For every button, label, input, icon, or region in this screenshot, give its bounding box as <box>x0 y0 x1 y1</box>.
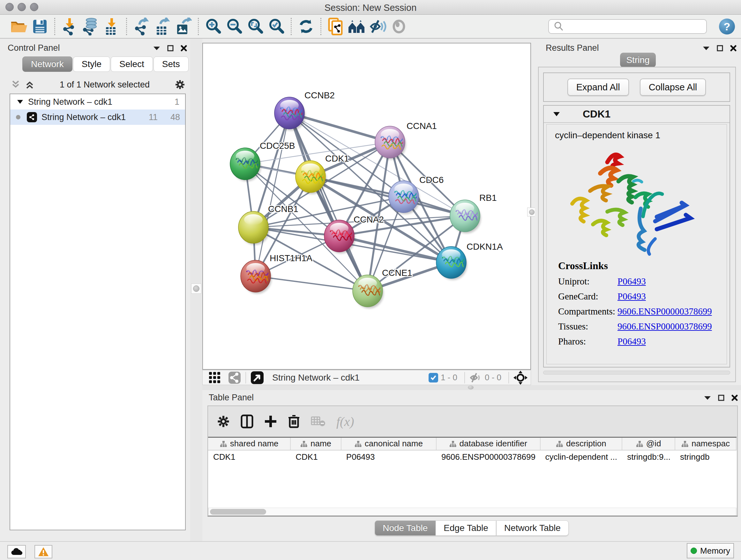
expand-all-button[interactable]: Expand All <box>567 78 629 96</box>
column-header-description[interactable]: description <box>540 437 622 450</box>
network-edge[interactable] <box>256 276 367 291</box>
import-network-icon[interactable] <box>59 17 80 37</box>
selected-nodes-checkbox[interactable] <box>428 373 438 382</box>
export-network-icon[interactable] <box>131 17 152 37</box>
table-cell[interactable]: CDK1 <box>290 450 341 463</box>
network-node-hist1h1a[interactable] <box>241 260 272 294</box>
network-row[interactable]: String Network – cdk1 11 48 <box>10 110 185 125</box>
column-header-database-identifier[interactable]: database identifier <box>436 437 540 450</box>
zoom-selected-icon[interactable] <box>266 17 287 37</box>
panel-menu-icon[interactable] <box>153 46 160 51</box>
table-h-scrollbar-thumb[interactable] <box>210 509 266 515</box>
zoom-in-icon[interactable] <box>203 17 224 37</box>
column-header-canonical-name[interactable]: canonical name <box>341 437 436 450</box>
node-label-cdc25b: CDC25B <box>260 141 295 151</box>
column-header-shared-name[interactable]: shared name <box>208 437 290 450</box>
import-table-icon[interactable] <box>101 17 122 37</box>
tab-edge-table[interactable]: Edge Table <box>435 520 496 536</box>
network-graph[interactable]: CCNB2CCNA1CDC25BCDK1CDC6RB1CCNB1CCNA2CDK… <box>203 44 530 369</box>
table-panel-title: Table Panel <box>209 393 254 402</box>
table-h-scrollbar[interactable] <box>209 508 736 515</box>
show-graphics-details-icon[interactable] <box>388 17 409 37</box>
network-node-ccna2[interactable] <box>324 220 355 253</box>
panel-float-icon[interactable] <box>167 45 174 51</box>
left-splitter-handle[interactable] <box>191 284 201 294</box>
string-share-icon[interactable] <box>228 371 241 384</box>
zoom-out-icon[interactable] <box>224 17 245 37</box>
gene-section-header[interactable]: CDK1 <box>544 106 730 123</box>
zoom-fit-icon[interactable] <box>245 17 266 37</box>
panel-menu-icon[interactable] <box>704 395 711 400</box>
node-table[interactable]: shared namenamecanonical namedatabase id… <box>208 437 737 463</box>
open-in-window-icon[interactable] <box>251 371 264 384</box>
memory-button[interactable]: Memory <box>687 543 734 558</box>
birdseye-grid-icon[interactable] <box>208 371 221 384</box>
table-cell[interactable]: 9606.ENSP00000378699 <box>436 450 540 463</box>
results-scrollbar[interactable] <box>543 371 730 374</box>
network-node-ccna1[interactable] <box>375 126 406 160</box>
network-canvas[interactable]: CCNB2CCNA1CDC25BCDK1CDC6RB1CCNB1CCNA2CDK… <box>202 43 531 370</box>
collapse-all-button[interactable]: Collapse All <box>640 78 706 96</box>
tab-sets[interactable]: Sets <box>153 57 189 72</box>
horizontal-splitter-handle[interactable] <box>468 385 474 389</box>
delete-column-icon[interactable] <box>288 415 300 428</box>
crosslink-link[interactable]: 9606.ENSP00000378699 <box>617 306 712 317</box>
crosslink-link[interactable]: P06493 <box>617 336 646 347</box>
memory-status-dot <box>690 548 697 554</box>
save-session-icon[interactable] <box>29 17 51 37</box>
panel-close-icon[interactable] <box>181 45 187 51</box>
tab-network[interactable]: Network <box>22 57 72 72</box>
tab-style[interactable]: Style <box>73 57 110 72</box>
cloud-button[interactable] <box>7 545 26 558</box>
network-node-ccne1[interactable] <box>353 275 384 308</box>
import-database-icon[interactable] <box>80 17 101 37</box>
hide-selected-icon[interactable] <box>367 17 388 37</box>
network-collection-row[interactable]: String Network – cdk1 1 <box>10 94 185 110</box>
column-header--id[interactable]: @id <box>622 437 675 450</box>
tab-string[interactable]: String <box>620 53 656 67</box>
panel-float-icon[interactable] <box>718 395 724 401</box>
collapse-all-icon[interactable] <box>11 80 20 89</box>
network-node-rb1[interactable] <box>450 200 481 233</box>
refresh-icon[interactable] <box>295 17 317 37</box>
network-node-cdk1[interactable] <box>295 161 327 194</box>
crosslink-link[interactable]: P06493 <box>617 276 646 287</box>
search-box[interactable] <box>548 19 707 34</box>
crosslink-link[interactable]: 9606.ENSP00000378699 <box>617 321 712 332</box>
expand-all-icon[interactable] <box>25 80 35 89</box>
table-cell[interactable]: stringdb:9... <box>622 450 675 463</box>
network-node-cdkn1a[interactable] <box>436 246 467 280</box>
table-cell[interactable]: CDK1 <box>208 450 290 463</box>
table-cell[interactable]: P06493 <box>341 450 436 463</box>
tab-network-table[interactable]: Network Table <box>496 520 569 536</box>
gear-icon[interactable] <box>175 79 185 90</box>
tab-select[interactable]: Select <box>111 57 153 72</box>
network-node-cdc25b[interactable] <box>230 148 261 181</box>
column-header-namespac[interactable]: namespac <box>675 437 736 450</box>
column-header-name[interactable]: name <box>290 437 341 450</box>
crosslink-link[interactable]: P06493 <box>617 291 646 302</box>
panel-float-icon[interactable] <box>717 45 723 51</box>
export-image-icon[interactable] <box>173 17 194 37</box>
first-neighbors-icon[interactable] <box>346 17 367 37</box>
open-file-icon[interactable] <box>8 17 29 37</box>
warning-button[interactable] <box>35 545 52 558</box>
table-cell[interactable]: stringdb <box>675 450 736 463</box>
panel-close-icon[interactable] <box>731 395 738 401</box>
control-panel-title: Control Panel <box>8 43 60 53</box>
panel-close-icon[interactable] <box>730 45 737 51</box>
help-icon[interactable]: ? <box>719 18 735 35</box>
tab-node-table[interactable]: Node Table <box>375 520 435 536</box>
table-gear-icon[interactable] <box>217 415 230 428</box>
panel-menu-icon[interactable] <box>703 46 710 51</box>
collapse-section-icon[interactable] <box>553 112 560 116</box>
export-table-icon[interactable] <box>152 17 173 37</box>
show-columns-icon[interactable] <box>241 415 253 428</box>
search-input[interactable] <box>567 20 706 33</box>
pan-crosshair-icon[interactable] <box>514 371 528 385</box>
table-row[interactable]: CDK1CDK1P064939606.ENSP00000378699cyclin… <box>208 450 736 463</box>
table-cell[interactable]: cyclin-dependent ... <box>540 450 622 463</box>
new-network-from-selection-icon[interactable] <box>325 17 346 37</box>
add-column-icon[interactable] <box>264 415 277 428</box>
tree-expand-icon[interactable] <box>17 100 23 104</box>
